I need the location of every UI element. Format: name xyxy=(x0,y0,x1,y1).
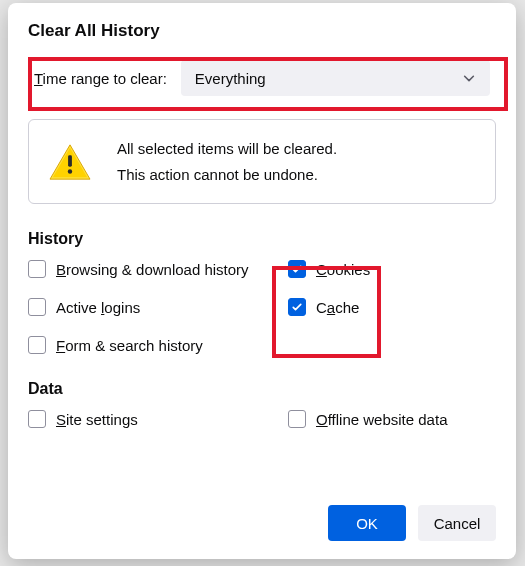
checkbox-box xyxy=(28,298,46,316)
checkbox-active-logins[interactable]: Active logins xyxy=(28,298,288,316)
dialog-buttons: OK Cancel xyxy=(328,505,496,541)
checkbox-site-settings[interactable]: Site settings xyxy=(28,410,288,428)
checkbox-box xyxy=(28,410,46,428)
time-range-row: Time range to clear: Everything xyxy=(34,57,490,99)
checkbox-form-search-history[interactable]: Form & search history xyxy=(28,336,288,354)
warning-icon xyxy=(47,142,93,182)
warning-text: All selected items will be cleared. This… xyxy=(117,136,337,187)
checkbox-box xyxy=(288,298,306,316)
checkbox-label: Site settings xyxy=(56,411,138,428)
data-section-title: Data xyxy=(28,380,496,398)
checkbox-label: Browsing & download history xyxy=(56,261,249,278)
cancel-button[interactable]: Cancel xyxy=(418,505,496,541)
checkbox-label: Form & search history xyxy=(56,337,203,354)
time-range-select[interactable]: Everything xyxy=(181,60,490,96)
checkbox-label: Cookies xyxy=(316,261,370,278)
checkbox-offline-website-data[interactable]: Offline website data xyxy=(288,410,496,428)
history-section-title: History xyxy=(28,230,496,248)
checkbox-label: Offline website data xyxy=(316,411,447,428)
warning-panel: All selected items will be cleared. This… xyxy=(28,119,496,204)
data-grid: Site settings Offline website data xyxy=(28,410,496,428)
checkbox-box xyxy=(28,336,46,354)
checkbox-cookies[interactable]: Cookies xyxy=(288,260,496,278)
checkbox-box xyxy=(288,410,306,428)
history-grid: Browsing & download history Cookies Acti… xyxy=(28,260,496,354)
clear-history-dialog: Clear All History Time range to clear: E… xyxy=(8,3,516,559)
checkbox-cache[interactable]: Cache xyxy=(288,298,496,316)
time-range-label: Time range to clear: xyxy=(34,70,167,87)
svg-point-1 xyxy=(68,169,72,173)
time-range-value: Everything xyxy=(195,70,266,87)
checkbox-browsing-history[interactable]: Browsing & download history xyxy=(28,260,288,278)
dialog-title: Clear All History xyxy=(28,21,496,41)
checkbox-label: Cache xyxy=(316,299,359,316)
ok-button[interactable]: OK xyxy=(328,505,406,541)
checkbox-label: Active logins xyxy=(56,299,140,316)
checkbox-box xyxy=(28,260,46,278)
svg-rect-0 xyxy=(68,155,72,166)
checkbox-box xyxy=(288,260,306,278)
chevron-down-icon xyxy=(462,71,476,85)
